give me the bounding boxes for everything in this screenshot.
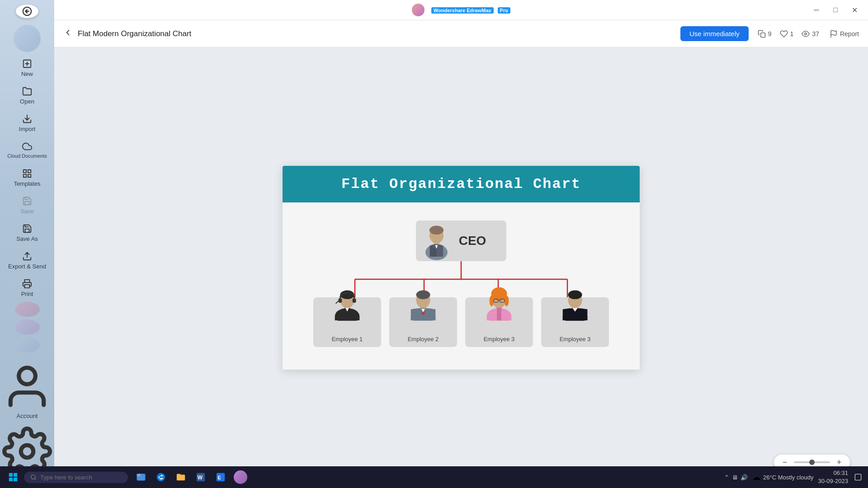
zoom-slider[interactable] — [794, 461, 830, 463]
sidebar-item-account[interactable]: Account — [0, 358, 54, 423]
svg-rect-11 — [25, 284, 30, 287]
volume-icon[interactable]: 🔊 — [741, 474, 748, 481]
svg-rect-52 — [9, 473, 13, 477]
employee-label-1: Employee 1 — [332, 336, 363, 343]
ceo-box: CEO — [416, 221, 506, 261]
windows-icon — [8, 472, 18, 482]
print-icon — [22, 279, 32, 289]
sidebar-item-saveas[interactable]: Save As — [0, 219, 54, 247]
svg-point-13 — [21, 445, 33, 458]
svg-point-43 — [490, 296, 494, 306]
plus-square-icon — [22, 59, 32, 69]
use-immediately-button[interactable]: Use immediately — [680, 26, 749, 41]
sidebar-item-print[interactable]: Print — [0, 274, 54, 302]
employee-4-avatar — [557, 280, 593, 321]
sidebar-label: Account — [17, 413, 38, 419]
svg-rect-64 — [855, 474, 861, 480]
svg-rect-54 — [9, 478, 13, 481]
taskbar-app-edraw[interactable]: E — [212, 469, 229, 486]
svg-rect-59 — [137, 474, 141, 477]
svg-point-44 — [505, 296, 509, 306]
edraw-icon: E — [216, 472, 226, 482]
svg-rect-33 — [353, 298, 356, 303]
app-name: Wondershare EdrawMax — [431, 7, 494, 14]
taskbar-apps: W E — [132, 469, 247, 486]
main-canvas: Flat Organizational Chart — [54, 47, 868, 488]
notification-button[interactable] — [853, 472, 863, 483]
sidebar-label: Export & Send — [8, 263, 46, 270]
chevron-up-icon[interactable]: ⌃ — [724, 474, 729, 481]
likes-stat[interactable]: 1 — [780, 30, 794, 38]
sidebar-label: Open — [20, 98, 34, 105]
taskbar-right: ⌃ 🖥 🔊 ☁ 26°C Mostly cloudy 06:31 30-09-2… — [724, 469, 863, 485]
taskbar-user-avatar[interactable] — [234, 470, 247, 484]
weather-icon: ☁ — [752, 472, 760, 482]
sidebar-label: Import — [19, 126, 36, 132]
save-as-icon — [22, 224, 32, 234]
sidebar-label: Cloud Documents — [7, 153, 47, 159]
import-icon — [22, 114, 32, 124]
sidebar-item-new[interactable]: New — [0, 54, 54, 82]
likes-count: 1 — [790, 30, 794, 38]
employee-box-3: Employee 3 — [465, 297, 533, 347]
decorative-circle-3 — [15, 319, 40, 334]
diagram-canvas: Flat Organizational Chart — [283, 166, 640, 370]
back-button[interactable] — [16, 5, 38, 18]
employee-box-2: Employee 2 — [389, 297, 457, 347]
app-title: Wondershare EdrawMax Pro — [429, 6, 510, 14]
svg-rect-8 — [28, 174, 31, 177]
decorative-circle-4 — [15, 338, 40, 352]
employee-2-avatar — [406, 280, 441, 321]
sidebar-item-export[interactable]: Export & Send — [0, 247, 54, 274]
taskbar-app-explorer[interactable] — [132, 469, 150, 486]
svg-point-37 — [416, 291, 430, 300]
employee-label-3: Employee 3 — [484, 336, 515, 343]
pro-badge: Pro — [498, 7, 510, 14]
svg-text:W: W — [198, 474, 203, 481]
person-icon — [2, 361, 52, 411]
taskbar: W E ⌃ 🖥 🔊 ☁ 26°C Mostly cloudy 06:31 30-… — [0, 466, 868, 488]
window-controls: ─ □ ✕ — [810, 3, 861, 17]
sidebar-item-cloud[interactable]: Cloud Documents — [0, 137, 54, 164]
views-stat[interactable]: 37 — [802, 30, 819, 38]
flag-icon — [830, 30, 838, 38]
header-back-button[interactable] — [63, 28, 72, 39]
svg-rect-7 — [28, 169, 31, 172]
decorative-circle-2 — [15, 302, 40, 317]
header-bar: Flat Modern Organizational Chart Use imm… — [54, 20, 868, 47]
search-input[interactable] — [40, 474, 122, 481]
employee-3-avatar — [481, 280, 517, 321]
weather-area: ☁ 26°C Mostly cloudy — [752, 472, 813, 482]
svg-point-15 — [805, 33, 807, 35]
report-label: Report — [840, 30, 859, 38]
sidebar-item-templates[interactable]: Templates — [0, 164, 54, 192]
svg-rect-55 — [14, 478, 17, 481]
search-bar[interactable] — [24, 472, 128, 483]
employee-box-1: Employee 1 — [313, 297, 381, 347]
decorative-circle-1 — [14, 25, 41, 52]
close-button[interactable]: ✕ — [848, 3, 861, 17]
time-display: 06:31 — [818, 469, 849, 477]
sidebar-item-import[interactable]: Import — [0, 109, 54, 137]
svg-point-51 — [568, 291, 582, 300]
svg-rect-32 — [339, 298, 342, 303]
chart-header: Flat Organizational Chart — [283, 166, 640, 202]
start-button[interactable] — [5, 469, 22, 486]
network-icon[interactable]: 🖥 — [732, 474, 738, 481]
taskbar-app-files[interactable] — [172, 469, 189, 486]
clock: 06:31 30-09-2023 — [818, 469, 849, 485]
sidebar-item-save: Save — [0, 192, 54, 219]
employee-box-4: Employee 3 — [541, 297, 609, 347]
minimize-button[interactable]: ─ — [810, 3, 823, 17]
chart-title: Flat Organizational Chart — [296, 176, 626, 192]
taskbar-app-edge[interactable] — [152, 469, 170, 486]
svg-rect-14 — [761, 33, 765, 37]
svg-line-57 — [35, 479, 36, 480]
restore-button[interactable]: □ — [829, 3, 842, 17]
edge-icon — [156, 472, 166, 482]
report-button[interactable]: Report — [830, 30, 859, 38]
copies-stat[interactable]: 9 — [758, 30, 772, 38]
sidebar-item-open[interactable]: Open — [0, 82, 54, 109]
taskbar-app-word[interactable]: W — [192, 469, 209, 486]
copy-icon — [758, 30, 766, 38]
